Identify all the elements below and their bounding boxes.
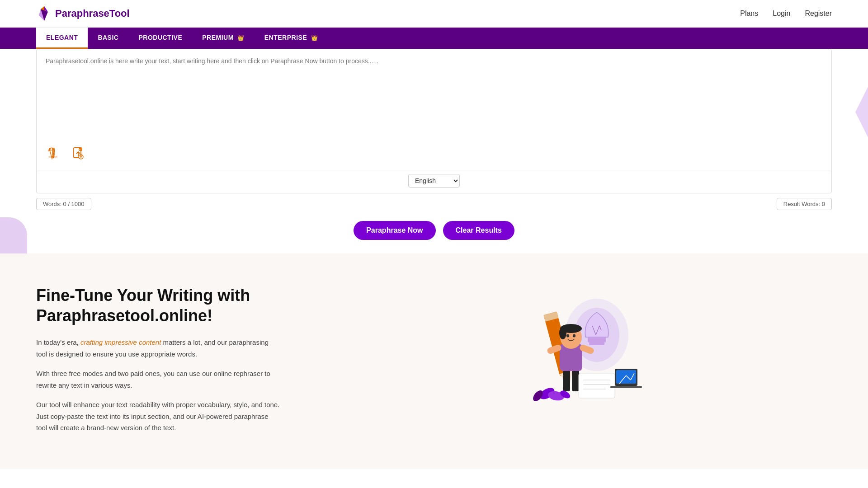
info-text: Fine-Tune Your Writing with Paraphraseto… xyxy=(36,285,280,442)
info-para-1: In today's era, crafting impressive cont… xyxy=(36,337,280,360)
tool-bottom-row: English Spanish French German Portuguese… xyxy=(37,170,831,193)
info-section: Fine-Tune Your Writing with Paraphraseto… xyxy=(0,253,868,469)
svg-rect-26 xyxy=(572,369,579,391)
info-title: Fine-Tune Your Writing with Paraphraseto… xyxy=(36,285,280,326)
svg-rect-48 xyxy=(610,386,642,388)
deco-left xyxy=(0,217,27,253)
nav-login[interactable]: Login xyxy=(773,9,790,17)
svg-rect-16 xyxy=(588,337,606,343)
info-para-2: With three free modes and two paid ones,… xyxy=(36,368,280,391)
svg-point-33 xyxy=(566,334,569,338)
clear-results-button[interactable]: Clear Results xyxy=(443,221,514,240)
svg-rect-17 xyxy=(589,343,604,345)
write-icon-btn[interactable] xyxy=(46,146,60,163)
svg-rect-44 xyxy=(616,370,636,384)
enterprise-crown-icon: 👑 xyxy=(311,35,318,41)
nav-plans[interactable]: Plans xyxy=(740,9,758,17)
nav-register[interactable]: Register xyxy=(805,9,832,17)
svg-rect-39 xyxy=(579,373,615,398)
action-buttons: Paraphrase Now Clear Results xyxy=(36,221,832,240)
result-word-count: Result Words: 0 xyxy=(777,198,832,210)
info-para-3: Our tool will enhance your text readabil… xyxy=(36,399,280,434)
svg-rect-25 xyxy=(563,369,570,391)
logo[interactable]: ParaphraseTool xyxy=(36,5,130,22)
premium-crown-icon: 👑 xyxy=(237,35,245,41)
tab-premium[interactable]: PREMIUM 👑 xyxy=(192,28,255,49)
tab-productive[interactable]: PRODUCTIVE xyxy=(128,28,192,49)
svg-point-34 xyxy=(573,334,576,338)
nav-links: Plans Login Register xyxy=(740,9,832,18)
header: ParaphraseTool Plans Login Register xyxy=(0,0,868,28)
write-icon xyxy=(46,146,60,160)
tab-elegant[interactable]: ELEGANT xyxy=(36,28,88,49)
logo-text: ParaphraseTool xyxy=(55,8,130,19)
upload-icon-btn[interactable] xyxy=(71,146,85,163)
paraphrase-now-button[interactable]: Paraphrase Now xyxy=(354,221,435,240)
illustration-svg xyxy=(493,285,646,403)
deco-right xyxy=(855,85,868,139)
tool-section: English Spanish French German Portuguese… xyxy=(0,49,868,253)
info-illustration xyxy=(307,285,832,403)
tool-box: English Spanish French German Portuguese… xyxy=(36,49,832,193)
info-link-crafting[interactable]: crafting impressive content xyxy=(80,338,161,346)
text-input[interactable] xyxy=(37,49,831,140)
svg-point-32 xyxy=(559,327,566,339)
logo-icon xyxy=(36,5,52,22)
upload-icon xyxy=(71,146,85,160)
language-select[interactable]: English Spanish French German Portuguese… xyxy=(408,174,460,188)
word-count-row: Words: 0 / 1000 Result Words: 0 xyxy=(36,195,832,213)
tab-enterprise[interactable]: ENTERPRISE 👑 xyxy=(255,28,328,49)
tab-basic[interactable]: BASIC xyxy=(88,28,128,49)
tool-icons-row xyxy=(37,141,831,170)
tabs-bar: ELEGANT BASIC PRODUCTIVE PREMIUM 👑 ENTER… xyxy=(0,28,868,49)
word-count: Words: 0 / 1000 xyxy=(36,198,91,210)
